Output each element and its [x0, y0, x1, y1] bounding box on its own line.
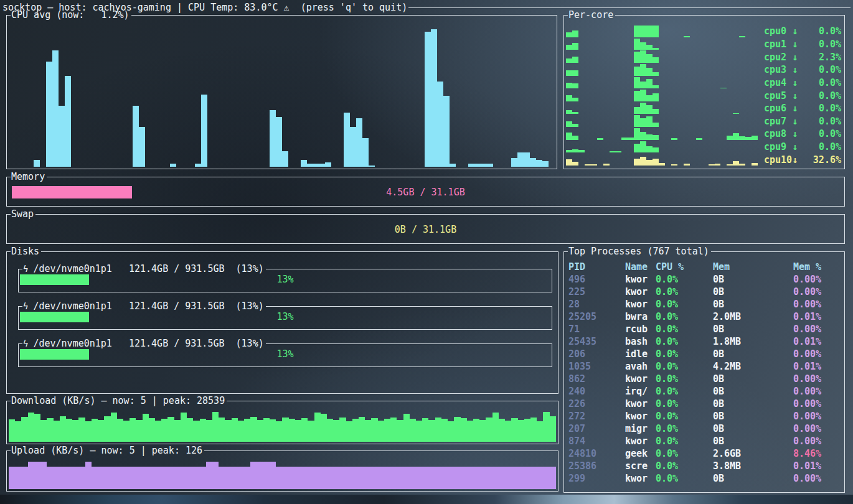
- chart-bar: [640, 26, 646, 37]
- chart-bar: [352, 419, 359, 442]
- chart-bar: [422, 467, 428, 489]
- process-pid: 240: [568, 385, 625, 398]
- process-cpu-pct: 0.0%: [656, 410, 713, 422]
- chart-bar: [263, 462, 270, 489]
- cpu-avg-title: CPU avg (now: 1.2%): [11, 9, 131, 21]
- process-name: rcub: [625, 323, 656, 335]
- chart-bar: [416, 467, 422, 489]
- download-title: Download (KB/s) — now: 5 | peak: 28539: [11, 395, 227, 406]
- chart-bar: [448, 421, 454, 442]
- chart-bar: [52, 50, 59, 167]
- chart-bar: [684, 164, 690, 166]
- per-core-sparkline: [566, 50, 764, 63]
- chart-bar: [572, 70, 578, 76]
- per-core-name: cpu7 ↓: [764, 116, 798, 127]
- chart-bar: [130, 418, 136, 442]
- process-name: kwor: [625, 398, 656, 410]
- chart-bar: [640, 141, 646, 153]
- process-row: 874kwor0.0%0B0.00%: [564, 435, 844, 447]
- chart-bar: [397, 420, 403, 442]
- chart-bar: [390, 467, 397, 489]
- title-rule: [408, 7, 851, 8]
- process-mem: 0B: [713, 373, 793, 385]
- per-core-value: 0.0%: [819, 141, 841, 152]
- chart-bar: [640, 90, 646, 101]
- chart-bar: [653, 109, 659, 114]
- chart-bar: [314, 413, 321, 442]
- chart-bar: [66, 419, 72, 442]
- terminal-window[interactable]: socktop — host: cachyos-gaming | CPU Tem…: [0, 0, 853, 504]
- chart-bar: [537, 467, 543, 489]
- chart-bar: [566, 83, 572, 88]
- chart-bar: [384, 467, 390, 489]
- process-cpu-pct: 0.0%: [656, 360, 713, 373]
- chart-bar: [435, 418, 441, 442]
- chart-bar: [468, 164, 474, 167]
- process-row: 299kwor0.0%0B0.00%: [564, 472, 844, 485]
- chart-bar: [499, 467, 505, 489]
- process-mem: 4.2MB: [713, 360, 793, 373]
- chart-bar: [646, 134, 653, 140]
- col-header-mem-pct: Mem %: [793, 261, 844, 273]
- chart-bar: [187, 467, 193, 489]
- process-cpu-pct: 0.0%: [656, 398, 713, 410]
- lightning-icon: ϟ: [23, 264, 33, 274]
- chart-bar: [104, 416, 110, 442]
- chart-bar: [428, 420, 435, 442]
- chart-bar: [174, 467, 181, 489]
- process-mem-pct: 0.00%: [793, 348, 844, 360]
- chart-bar: [585, 164, 591, 166]
- chart-bar: [111, 413, 117, 442]
- per-core-value: 0.0%: [819, 103, 841, 114]
- disks-title: Disks: [11, 246, 41, 257]
- process-mem: 3.8MB: [713, 460, 793, 472]
- per-core-label: cpu9 ↓0.0%: [764, 141, 841, 154]
- per-core-row: cpu10↓32.6%: [566, 153, 841, 166]
- process-table-header: PID Name CPU % Mem Mem %: [564, 261, 844, 273]
- process-row: 25386scre0.0%3.8MB0.01%: [564, 460, 844, 472]
- process-pid: 206: [568, 348, 625, 360]
- download-panel-border: Download (KB/s) — now: 5 | peak: 28539: [7, 394, 558, 407]
- per-core-row: cpu9 ↓0.0%: [566, 141, 841, 154]
- chart-bar: [276, 421, 282, 442]
- process-mem: 1.8MB: [713, 335, 793, 348]
- chart-bar: [616, 151, 622, 152]
- chart-bar: [212, 412, 219, 442]
- chart-bar: [40, 462, 47, 489]
- process-cpu-pct: 0.0%: [656, 435, 713, 447]
- chart-bar: [359, 467, 365, 489]
- process-mem: 0B: [713, 385, 793, 398]
- per-core-panel: Per-core cpu0 ↓0.0%cpu1 ↓0.0%cpu2 ↓2.3%c…: [563, 15, 845, 169]
- per-core-name: cpu9 ↓: [764, 141, 798, 152]
- chart-bar: [634, 128, 640, 140]
- top-processes-title: Top Processes (767 total): [568, 246, 711, 257]
- memory-title: Memory: [11, 171, 47, 182]
- chart-bar: [212, 462, 219, 489]
- per-core-name: cpu5 ↓: [764, 90, 798, 101]
- chart-bar: [139, 127, 145, 167]
- chart-bar: [684, 36, 690, 37]
- process-name: kwor: [625, 373, 656, 385]
- chart-bar: [276, 467, 282, 489]
- upload-title: Upload (KB/s) — now: 5 | peak: 126: [11, 445, 204, 456]
- process-mem: 0B: [713, 286, 793, 298]
- disk-entry-border: ϟ/dev/nvme0n1p1 121.4GB / 931.5GB (13%): [19, 263, 552, 275]
- chart-bar: [511, 467, 517, 489]
- chart-bar: [467, 421, 473, 442]
- process-row: 25435bash0.0%1.8MB0.01%: [564, 335, 844, 348]
- chart-bar: [201, 95, 207, 167]
- process-mem: 0B: [713, 410, 793, 422]
- chart-bar: [117, 419, 123, 442]
- disk-border-rule: [266, 306, 552, 307]
- per-core-row: cpu8 ↓0.0%: [566, 128, 841, 141]
- chart-bar: [461, 418, 467, 442]
- chart-bar: [653, 85, 659, 88]
- chart-bar: [566, 95, 572, 101]
- chart-bar: [200, 419, 206, 442]
- chart-bar: [566, 150, 572, 153]
- swap-panel-border: Swap: [7, 208, 844, 220]
- chart-bar: [640, 82, 646, 88]
- process-name: kwor: [625, 472, 656, 485]
- chart-bar: [321, 467, 327, 489]
- per-core-label: cpu8 ↓0.0%: [764, 128, 841, 141]
